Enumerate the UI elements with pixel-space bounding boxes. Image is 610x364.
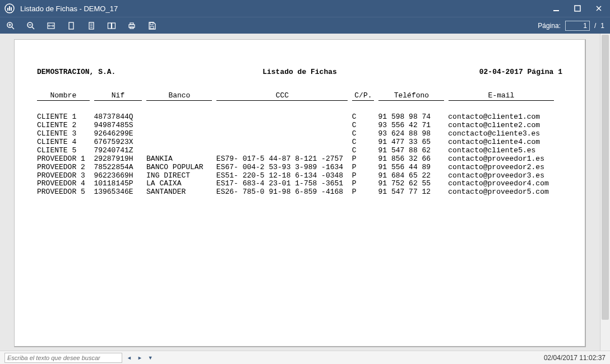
search-input[interactable]: [4, 353, 122, 363]
save-icon[interactable]: [147, 21, 157, 31]
svg-rect-23: [112, 23, 115, 29]
minimize-button[interactable]: [548, 3, 564, 14]
zoom-in-icon[interactable]: [6, 21, 16, 31]
svg-rect-22: [108, 23, 112, 29]
page-outline-icon[interactable]: [86, 21, 96, 31]
report-page: DEMOSTRACION, S.A. Listado de Fichas 02-…: [14, 39, 586, 347]
svg-rect-17: [69, 22, 73, 29]
statusbar: ◄ ► ▼ 02/04/2017 11:02:37: [0, 351, 610, 364]
svg-rect-2: [9, 6, 10, 11]
search-next-icon[interactable]: ►: [136, 355, 144, 361]
page-number-input[interactable]: [565, 21, 590, 31]
search-dropdown-icon[interactable]: ▼: [147, 355, 154, 361]
document-viewport: DEMOSTRACION, S.A. Listado de Fichas 02-…: [0, 34, 610, 351]
report-title: Listado de Fichas: [212, 68, 387, 76]
svg-rect-28: [150, 26, 154, 29]
fit-width-icon[interactable]: [46, 21, 56, 31]
status-datetime: 02/04/2017 11:02:37: [544, 354, 606, 362]
svg-rect-4: [553, 10, 559, 11]
titlebar: Listado de Fichas - DEMO_17: [0, 0, 610, 17]
zoom-out-icon[interactable]: [26, 21, 36, 31]
data-rows: CLIENTE 1 48737844Q C 91 598 98 74 conta…: [37, 113, 562, 197]
svg-rect-1: [7, 8, 8, 11]
column-headers: NombreNifBancoCCCC/P.TeléfonoE-mail: [37, 92, 562, 101]
app-icon: [4, 3, 15, 13]
maximize-button[interactable]: [570, 3, 585, 14]
window-title: Listado de Fichas - DEMO_17: [20, 4, 118, 13]
single-page-icon[interactable]: [66, 21, 76, 31]
page-label: Página:: [538, 22, 561, 30]
app-window: Listado de Fichas - DEMO_17: [0, 0, 610, 364]
page-total: 1: [600, 22, 604, 30]
vertical-scrollbar[interactable]: [600, 34, 610, 351]
svg-rect-3: [11, 7, 12, 11]
page-indicator: Página: / 1: [538, 21, 604, 31]
svg-rect-5: [575, 6, 580, 11]
page-separator: /: [594, 22, 596, 30]
report-company: DEMOSTRACION, S.A.: [37, 68, 212, 76]
svg-rect-25: [130, 23, 133, 25]
svg-line-9: [12, 27, 14, 29]
facing-pages-icon[interactable]: [107, 21, 117, 31]
scrollbar-thumb[interactable]: [602, 35, 609, 320]
report-header: DEMOSTRACION, S.A. Listado de Fichas 02-…: [37, 68, 562, 76]
search-prev-icon[interactable]: ◄: [126, 355, 133, 361]
svg-line-13: [32, 27, 34, 29]
report-date-page: 02-04-2017 Página 1: [387, 68, 562, 76]
toolbar: Página: / 1: [0, 17, 610, 34]
close-button[interactable]: [591, 3, 607, 14]
print-icon[interactable]: [127, 21, 137, 31]
